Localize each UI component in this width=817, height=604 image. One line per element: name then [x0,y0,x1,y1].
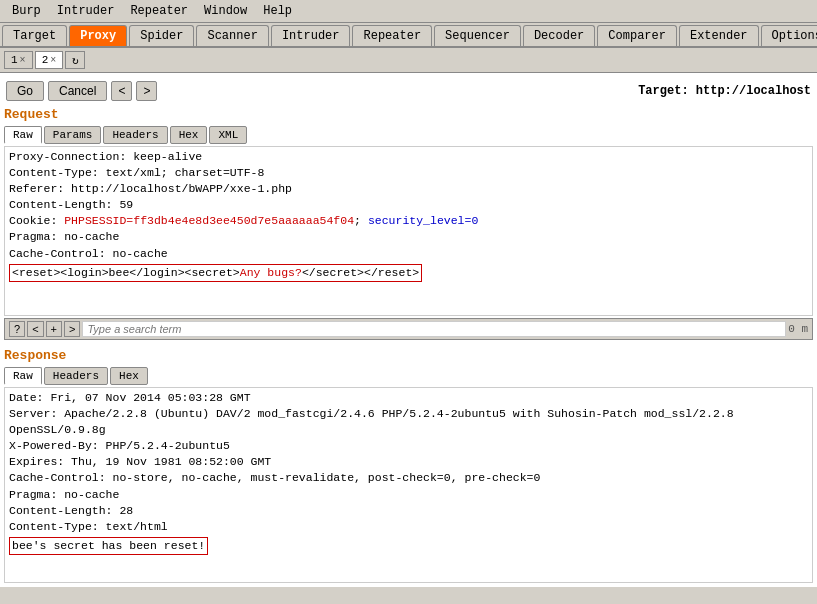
request-line-7: Cache-Control: no-cache [9,246,808,262]
request-tab-headers[interactable]: Headers [103,126,167,144]
tab-target[interactable]: Target [2,25,67,46]
response-tab-raw[interactable]: Raw [4,367,42,385]
tab-proxy[interactable]: Proxy [69,25,127,46]
request-tab-hex[interactable]: Hex [170,126,208,144]
tab-comparer[interactable]: Comparer [597,25,677,46]
request-line-3: Referer: http://localhost/bWAPP/xxe-1.ph… [9,181,808,197]
request-tab-params[interactable]: Params [44,126,102,144]
response-line-8: Content-Length: 28 [9,503,808,519]
request-tab-xml[interactable]: XML [209,126,247,144]
response-panel: Date: Fri, 07 Nov 2014 05:03:28 GMT Serv… [4,387,813,583]
go-button[interactable]: Go [6,81,44,101]
search-input[interactable] [82,321,786,337]
search-info: 0 m [788,323,808,335]
response-line-5: Expires: Thu, 19 Nov 1981 08:52:00 GMT [9,454,808,470]
search-forward-btn[interactable]: > [64,321,80,337]
content-area: Go Cancel < > Target: http://localhost R… [0,73,817,587]
instance-tab-2-close[interactable]: × [50,55,56,66]
response-line-6: Cache-Control: no-store, no-cache, must-… [9,470,808,486]
instance-tab-2[interactable]: 2 × [35,51,64,69]
request-cookie-line: Cookie: PHPSESSID=ff3db4e4e8d3ee450d7e5a… [9,213,808,229]
tab-intruder[interactable]: Intruder [271,25,351,46]
instance-tab-1[interactable]: 1 × [4,51,33,69]
menu-burp[interactable]: Burp [4,2,49,20]
sections: Request Raw Params Headers Hex XML Proxy… [4,105,813,583]
tab-repeater[interactable]: Repeater [352,25,432,46]
request-tab-raw[interactable]: Raw [4,126,42,144]
request-section: Request Raw Params Headers Hex XML Proxy… [4,105,813,342]
request-line-6: Pragma: no-cache [9,229,808,245]
tab-spider[interactable]: Spider [129,25,194,46]
search-add-btn[interactable]: + [46,321,62,337]
menu-bar: Burp Intruder Repeater Window Help [0,0,817,23]
tab-options[interactable]: Options [761,25,817,46]
main-tab-bar: Target Proxy Spider Scanner Intruder Rep… [0,23,817,48]
tab-decoder[interactable]: Decoder [523,25,595,46]
instance-tab-2-label: 2 [42,54,49,66]
search-back-btn[interactable]: < [27,321,43,337]
menu-intruder[interactable]: Intruder [49,2,123,20]
response-line-1: Date: Fri, 07 Nov 2014 05:03:28 GMT [9,390,808,406]
security-level-value: security_level=0 [368,214,478,227]
response-last-line-text: bee's secret has been reset! [9,537,208,555]
request-line-4: Content-Length: 59 [9,197,808,213]
request-title: Request [4,105,813,124]
search-bar: ? < + > 0 m [4,318,813,340]
forward-button[interactable]: > [136,81,157,101]
response-section: Response Raw Headers Hex Date: Fri, 07 N… [4,346,813,583]
request-sub-tabs: Raw Params Headers Hex XML [4,126,813,144]
response-sub-tabs: Raw Headers Hex [4,367,813,385]
request-xml-line: <reset><login>bee</login><secret>Any bug… [9,262,808,284]
cancel-button[interactable]: Cancel [48,81,107,101]
menu-repeater[interactable]: Repeater [122,2,196,20]
menu-window[interactable]: Window [196,2,255,20]
response-line-7: Pragma: no-cache [9,487,808,503]
search-question-btn[interactable]: ? [9,321,25,337]
phpsessid-value: PHPSESSID=ff3db4e4e8d3ee450d7e5aaaaaa54f… [64,214,354,227]
toolbar: Go Cancel < > Target: http://localhost [4,77,813,105]
target-label: Target: http://localhost [638,84,811,98]
refresh-button[interactable]: ↻ [65,51,85,69]
response-line-9: Content-Type: text/html [9,519,808,535]
response-last-line: bee's secret has been reset! [9,535,808,555]
response-tab-headers[interactable]: Headers [44,367,108,385]
response-line-3: OpenSSL/0.9.8g [9,422,808,438]
instance-tab-1-label: 1 [11,54,18,66]
response-line-2: Server: Apache/2.2.8 (Ubuntu) DAV/2 mod_… [9,406,808,422]
tab-extender[interactable]: Extender [679,25,759,46]
request-line-2: Content-Type: text/xml; charset=UTF-8 [9,165,808,181]
response-line-4: X-Powered-By: PHP/5.2.4-2ubuntu5 [9,438,808,454]
request-panel: Proxy-Connection: keep-alive Content-Typ… [4,146,813,316]
instance-tab-bar: 1 × 2 × ↻ [0,48,817,73]
tab-sequencer[interactable]: Sequencer [434,25,521,46]
back-button[interactable]: < [111,81,132,101]
instance-tab-1-close[interactable]: × [20,55,26,66]
response-title: Response [4,346,813,365]
tab-scanner[interactable]: Scanner [196,25,268,46]
menu-help[interactable]: Help [255,2,300,20]
response-tab-hex[interactable]: Hex [110,367,148,385]
request-line-1: Proxy-Connection: keep-alive [9,149,808,165]
